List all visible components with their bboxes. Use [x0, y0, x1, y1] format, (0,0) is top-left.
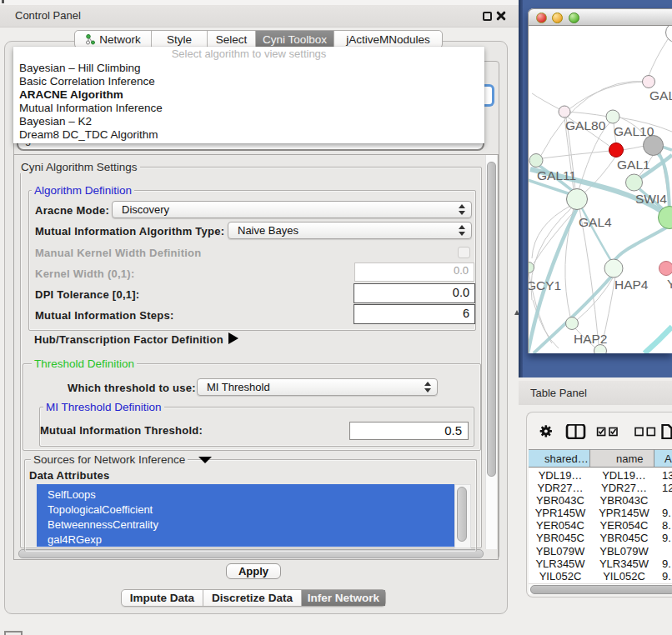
svg-text:GAL80: GAL80	[565, 118, 606, 132]
svg-text:GAL7: GAL7	[649, 88, 672, 102]
svg-text:HAP4: HAP4	[614, 278, 649, 292]
svg-text:GAL4: GAL4	[579, 215, 612, 229]
svg-text:HAP2: HAP2	[574, 332, 608, 346]
svg-text:GCY1: GCY1	[529, 278, 561, 292]
svg-text:YL: YL	[667, 277, 672, 291]
svg-text:SWI4: SWI4	[635, 192, 667, 206]
svg-text:GAL11: GAL11	[537, 168, 576, 182]
svg-text:GAL1: GAL1	[617, 158, 650, 172]
svg-text:GAL10: GAL10	[614, 124, 654, 138]
